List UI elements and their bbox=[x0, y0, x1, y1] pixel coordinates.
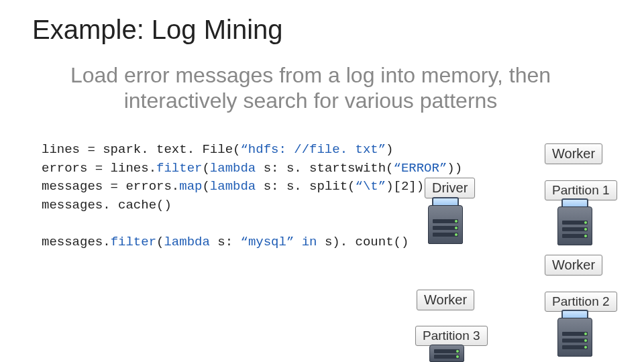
code-text: s: bbox=[210, 235, 241, 249]
code-text: messages. cache() bbox=[42, 198, 172, 213]
code-keyword: lambda bbox=[164, 235, 209, 249]
slide: Example: Log Mining Load error messages … bbox=[0, 0, 644, 362]
code-text: lines = spark. text. File( bbox=[42, 142, 240, 157]
code-text: messages. bbox=[42, 235, 111, 249]
code-text: s). count() bbox=[317, 235, 409, 249]
code-call: filter bbox=[156, 161, 202, 176]
code-text: messages = errors. bbox=[42, 179, 179, 194]
code-keyword: in bbox=[294, 235, 317, 249]
server-icon bbox=[557, 198, 592, 245]
partition-3-label: Partition 3 bbox=[415, 326, 488, 346]
code-text: ( bbox=[202, 161, 209, 176]
server-icon bbox=[428, 197, 463, 244]
code-text: errors = lines. bbox=[42, 161, 156, 176]
code-call: map bbox=[179, 179, 202, 194]
code-text: )) bbox=[447, 161, 462, 176]
code-call: filter bbox=[111, 235, 156, 249]
code-keyword: lambda bbox=[210, 161, 256, 176]
slide-subtitle: Load error messages from a log into memo… bbox=[32, 63, 589, 114]
code-string: “mysql” bbox=[240, 235, 294, 249]
code-text: s: s. split( bbox=[256, 179, 355, 194]
code-string: “\t” bbox=[356, 179, 386, 194]
partition-1-label: Partition 1 bbox=[545, 180, 617, 200]
code-text: ( bbox=[156, 235, 164, 249]
code-text: s: s. startswith( bbox=[256, 161, 393, 176]
code-text: )[2]) bbox=[386, 179, 424, 194]
worker-3-label: Worker bbox=[417, 290, 474, 310]
code-string: “ERROR” bbox=[394, 161, 447, 176]
code-string: “hdfs: //file. txt” bbox=[240, 142, 386, 157]
driver-label: Driver bbox=[425, 178, 475, 198]
worker-2-label: Worker bbox=[545, 255, 602, 276]
code-text: ) bbox=[386, 142, 393, 157]
server-icon bbox=[557, 310, 592, 357]
code-keyword: lambda bbox=[210, 179, 256, 194]
server-icon bbox=[429, 345, 464, 362]
worker-1-label: Worker bbox=[545, 143, 602, 164]
code-block: lines = spark. text. File(“hdfs: //file.… bbox=[42, 141, 462, 251]
slide-title: Example: Log Mining bbox=[32, 15, 283, 45]
partition-2-label: Partition 2 bbox=[545, 292, 617, 312]
code-text: ( bbox=[202, 179, 209, 194]
